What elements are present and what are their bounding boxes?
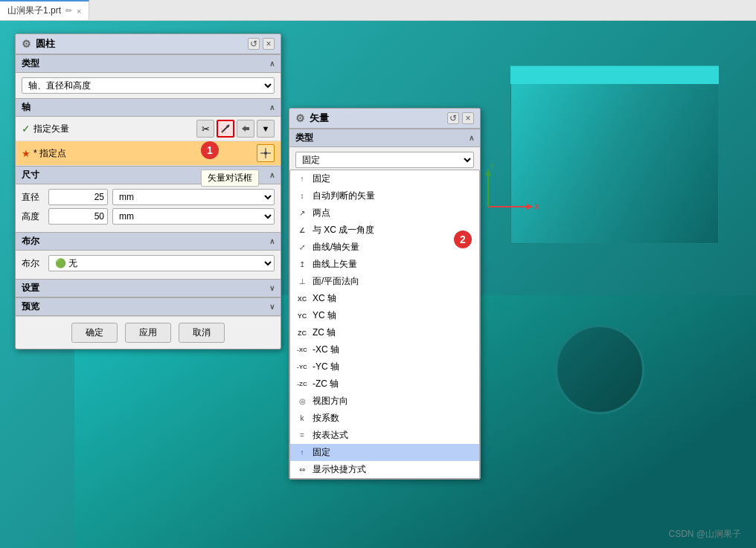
bool-select[interactable]: 🟢 无 — [48, 255, 275, 271]
vector-item-curve-vec[interactable]: ↥ 曲线上矢量 — [290, 256, 479, 273]
height-label: 高度 — [22, 210, 44, 223]
cylinder-type-select[interactable]: 轴、直径和高度 — [22, 77, 275, 94]
point-icon — [260, 148, 271, 158]
vector-item-neg-zc[interactable]: -ZC -ZC 轴 — [290, 375, 479, 393]
vector-item-xc[interactable]: XC XC 轴 — [290, 290, 479, 307]
vector-panel-header: ⚙ 矢量 ↺ × — [289, 109, 480, 129]
diameter-label: 直径 — [22, 191, 44, 204]
vector-item-curve-axis[interactable]: ⤢ 曲线/轴矢量 — [290, 239, 479, 256]
cylinder-preview-section-header[interactable]: 预览 ∨ — [16, 297, 281, 316]
vector-scissors-btn[interactable]: ✂ — [196, 120, 214, 138]
auto-vector-icon: ↕ — [296, 190, 308, 202]
vector-item-face-normal[interactable]: ⊥ 面/平面法向 — [290, 273, 479, 290]
vector-item-guding-2[interactable]: ↑ 固定 — [290, 444, 479, 461]
on-curve-icon: ↥ — [296, 259, 308, 271]
vector-panel-actions: ↺ × — [447, 112, 474, 124]
cylinder-bool-label: 布尔 — [22, 235, 39, 248]
yc-axis-icon: YC — [296, 310, 308, 322]
cylinder-panel-actions: ↺ × — [248, 38, 275, 50]
neg-zc-icon: -ZC — [296, 378, 308, 390]
cancel-button[interactable]: 取消 — [179, 323, 225, 343]
cylinder-dim-label: 尺寸 — [22, 169, 39, 181]
cylinder-panel: ⚙ 圆柱 ↺ × 类型 ∧ 轴、直径和高度 轴 ∧ ✓ 指定矢量 ✂ — [15, 33, 281, 349]
bool-row: 布尔 🟢 无 — [22, 255, 275, 271]
cylinder-settings-section-header[interactable]: 设置 ∨ — [16, 279, 281, 297]
vector-dropdown-btn[interactable]: ▼ — [257, 120, 275, 138]
svg-marker-1 — [527, 204, 533, 210]
cylinder-reset-btn[interactable]: ↺ — [248, 38, 260, 50]
vector-panel-title-area: ⚙ 矢量 — [295, 112, 329, 125]
vector-item-coeff[interactable]: k 按系数 — [290, 410, 479, 427]
zc-axis-icon: ZC — [296, 327, 308, 339]
vector-type-select[interactable]: 固定 — [295, 152, 474, 168]
vector-close-btn[interactable]: × — [462, 112, 474, 124]
cylinder-panel-title: 圆柱 — [36, 37, 55, 51]
axis-indicator: X Y — [481, 162, 540, 222]
svg-text:Y: Y — [490, 163, 495, 171]
apply-button[interactable]: 应用 — [125, 323, 171, 343]
curve-axis-icon: ⤢ — [296, 242, 308, 254]
ok-button[interactable]: 确定 — [71, 323, 118, 343]
fixed-icon-2: ↑ — [296, 447, 308, 459]
cylinder-close-btn[interactable]: × — [263, 38, 275, 50]
cylinder-settings-label: 设置 — [22, 282, 39, 294]
tab-close-btn[interactable]: × — [77, 7, 81, 16]
tooltip-text: 矢量对话框 — [208, 173, 252, 183]
model-block-right — [510, 65, 719, 244]
bool-label: 布尔 — [22, 257, 44, 270]
vector-item-neg-yc[interactable]: -YC -YC 轴 — [290, 358, 479, 375]
model-circle — [555, 325, 644, 414]
vector-item-xc-angle[interactable]: ∠ 与 XC 成一角度 — [290, 222, 479, 239]
angle-icon: ∠ — [296, 225, 308, 236]
model-top-face — [510, 65, 719, 84]
cylinder-type-section-header[interactable]: 类型 ∧ — [16, 54, 281, 73]
vector-dialog-tooltip: 矢量对话框 — [201, 170, 259, 187]
diameter-unit-select[interactable]: mm — [112, 189, 275, 205]
vector-item-neg-xc[interactable]: -XC -XC 轴 — [290, 341, 479, 358]
chevron-up-icon: ∧ — [269, 59, 275, 68]
diameter-input[interactable] — [48, 189, 108, 205]
vector-item-twopoints[interactable]: ↗ 两点 — [290, 204, 479, 222]
reverse-arrow-icon — [240, 123, 252, 135]
vector-item-auto[interactable]: ↕ 自动判断的矢量 — [290, 187, 479, 204]
cylinder-bool-content: 布尔 🟢 无 — [16, 251, 281, 279]
specify-point-icon-btn[interactable] — [257, 144, 275, 162]
dim-chevron-icon: ∧ — [269, 171, 275, 179]
tab-item-file[interactable]: 山涧果子1.prt ✏ × — [0, 0, 89, 20]
vector-item-guding[interactable]: ↑ 固定 — [290, 170, 479, 187]
vector-item-view-dir[interactable]: ◎ 视图方向 — [290, 393, 479, 410]
badge-1-label: 1 — [207, 144, 213, 156]
vector-type-chevron-icon: ∧ — [469, 134, 474, 142]
cylinder-dim-content: 直径 mm 高度 mm — [16, 184, 281, 232]
arrow-up-icon: ↑ — [296, 173, 308, 185]
specify-point-row: ★ * 指定点 — [16, 141, 281, 166]
vector-item-expr[interactable]: = 按表达式 — [290, 427, 479, 444]
svg-text:X: X — [534, 203, 539, 211]
cylinder-panel-header: ⚙ 圆柱 ↺ × — [16, 34, 281, 54]
height-row: 高度 mm — [22, 208, 275, 225]
vector-reverse-btn[interactable] — [237, 120, 254, 138]
height-unit-select[interactable]: mm — [112, 208, 275, 225]
cylinder-panel-title-area: ⚙ 圆柱 — [22, 37, 55, 51]
vector-reset-btn[interactable]: ↺ — [447, 112, 459, 124]
vector-item-shortcuts[interactable]: ⇔ 显示快捷方式 — [290, 461, 479, 478]
xc-axis-icon: XC — [296, 293, 308, 305]
vector-arrow-icon — [220, 123, 231, 135]
vector-item-zc[interactable]: ZC ZC 轴 — [290, 324, 479, 341]
badge-2-label: 2 — [460, 233, 466, 245]
shortcuts-icon: ⇔ — [296, 464, 308, 476]
gear-icon: ⚙ — [22, 38, 31, 50]
vector-item-yc[interactable]: YC YC 轴 — [290, 307, 479, 324]
specify-vector-text: 指定矢量 — [33, 123, 69, 135]
vector-gear-icon: ⚙ — [295, 112, 305, 124]
cylinder-axis-section-header[interactable]: 轴 ∧ — [16, 98, 281, 117]
height-input[interactable] — [48, 208, 108, 225]
vector-type-section-header[interactable]: 类型 ∧ — [289, 129, 480, 147]
vector-type-label: 类型 — [295, 132, 313, 144]
vector-arrow-btn[interactable] — [217, 120, 234, 138]
vector-panel-title: 矢量 — [310, 112, 329, 125]
cylinder-type-label: 类型 — [22, 57, 39, 70]
coefficient-icon: k — [296, 413, 308, 425]
cylinder-axis-label: 轴 — [22, 101, 31, 114]
cylinder-bool-section-header[interactable]: 布尔 ∧ — [16, 232, 281, 251]
